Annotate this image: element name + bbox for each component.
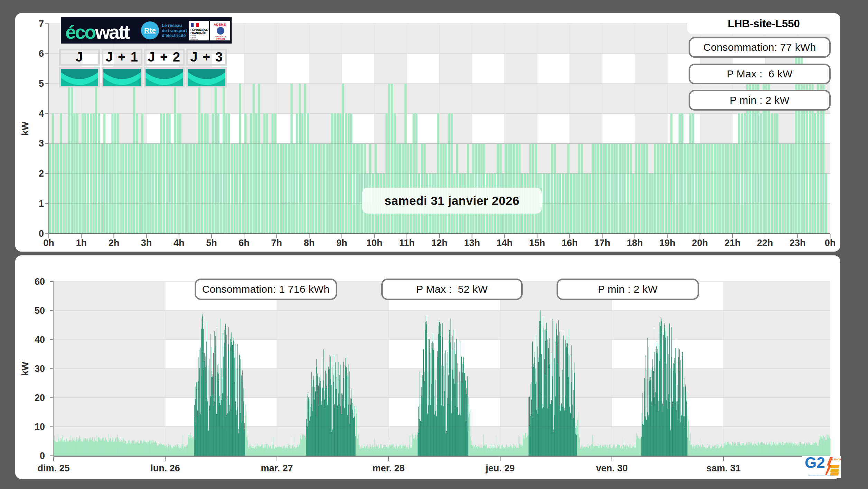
svg-text:17h: 17h [594, 238, 610, 248]
svg-text:19h: 19h [659, 238, 675, 248]
svg-text:kW: kW [20, 121, 30, 135]
svg-text:0: 0 [40, 451, 45, 461]
svg-text:13h: 13h [464, 238, 480, 248]
svg-text:kW: kW [20, 361, 30, 376]
svg-text:mer. 28: mer. 28 [372, 463, 404, 473]
svg-text:40: 40 [35, 335, 45, 345]
svg-text:4h: 4h [174, 238, 185, 248]
svg-text:1h: 1h [76, 238, 87, 248]
svg-text:22h: 22h [757, 238, 773, 248]
svg-text:3h: 3h [141, 238, 152, 248]
svg-text:7h: 7h [271, 238, 282, 248]
svg-text:4: 4 [39, 109, 44, 119]
svg-text:5: 5 [39, 78, 44, 89]
svg-text:1: 1 [39, 198, 44, 209]
svg-text:0h: 0h [825, 238, 836, 248]
svg-text:2: 2 [39, 168, 44, 179]
svg-text:sam. 31: sam. 31 [706, 463, 740, 473]
svg-text:8h: 8h [304, 238, 315, 248]
svg-text:2h: 2h [109, 238, 120, 248]
svg-text:mar. 27: mar. 27 [261, 463, 293, 473]
svg-text:60: 60 [35, 276, 45, 287]
svg-text:21h: 21h [725, 238, 741, 248]
svg-text:3: 3 [39, 138, 44, 149]
svg-text:11h: 11h [399, 238, 415, 248]
svg-text:18h: 18h [627, 238, 643, 248]
svg-text:5h: 5h [206, 238, 217, 248]
svg-text:20h: 20h [692, 238, 708, 248]
svg-text:23h: 23h [790, 238, 806, 248]
svg-text:30: 30 [35, 364, 45, 374]
svg-text:15h: 15h [529, 238, 545, 248]
svg-text:6h: 6h [239, 238, 250, 248]
svg-text:12h: 12h [431, 238, 448, 248]
svg-text:dim. 25: dim. 25 [37, 463, 69, 473]
svg-text:0: 0 [39, 228, 44, 239]
svg-text:50: 50 [35, 305, 45, 316]
svg-text:10: 10 [35, 422, 45, 432]
svg-text:0h: 0h [43, 238, 54, 248]
svg-text:lun. 26: lun. 26 [150, 463, 180, 473]
svg-text:20: 20 [35, 393, 45, 403]
svg-text:10h: 10h [366, 238, 383, 248]
svg-text:14h: 14h [496, 238, 513, 248]
svg-text:9h: 9h [336, 238, 347, 248]
svg-text:ven. 30: ven. 30 [596, 463, 628, 473]
svg-text:6: 6 [39, 48, 44, 59]
svg-text:16h: 16h [562, 238, 578, 248]
svg-text:jeu. 29: jeu. 29 [485, 463, 515, 473]
svg-text:7: 7 [39, 19, 44, 29]
